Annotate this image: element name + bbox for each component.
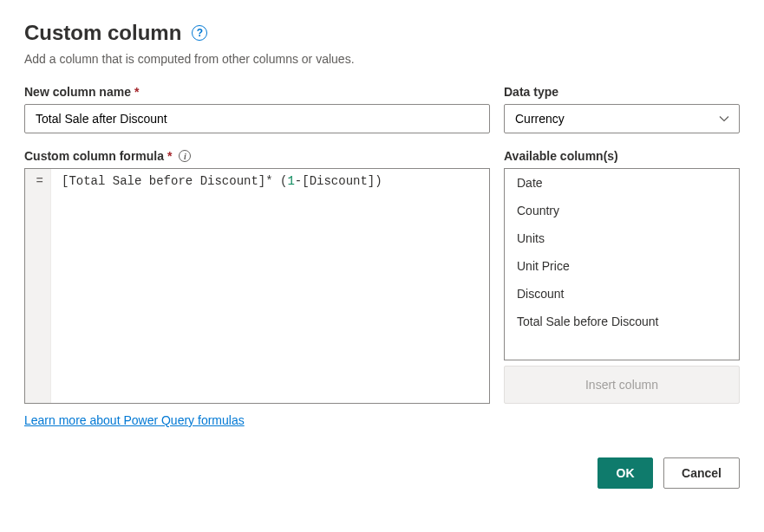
- formula-content[interactable]: [Total Sale before Discount]* (1-[Discou…: [51, 169, 489, 403]
- label-text: Data type: [504, 85, 558, 99]
- learn-more-link[interactable]: Learn more about Power Query formulas: [24, 413, 245, 427]
- dialog-footer: OK Cancel: [24, 457, 740, 489]
- info-icon[interactable]: i: [179, 150, 191, 162]
- required-asterisk: *: [134, 85, 139, 99]
- label-text: New column name: [24, 85, 131, 99]
- column-item-date[interactable]: Date: [505, 169, 739, 197]
- label-text: Custom column formula: [24, 149, 164, 163]
- column-item-discount[interactable]: Discount: [505, 280, 739, 308]
- available-columns-list[interactable]: Date Country Units Unit Price Discount T…: [504, 168, 740, 360]
- required-asterisk: *: [167, 149, 172, 163]
- formula-gutter: =: [25, 169, 51, 403]
- new-column-name-input[interactable]: [24, 104, 490, 133]
- available-columns-label: Available column(s): [504, 149, 740, 163]
- insert-column-button[interactable]: Insert column: [504, 366, 740, 404]
- formula-label: Custom column formula * i: [24, 149, 490, 163]
- data-type-select[interactable]: Currency: [504, 104, 740, 133]
- column-item-total-sale[interactable]: Total Sale before Discount: [505, 308, 739, 335]
- label-text: Available column(s): [504, 149, 618, 163]
- help-icon[interactable]: ?: [192, 25, 207, 41]
- column-item-country[interactable]: Country: [505, 197, 739, 224]
- column-item-units[interactable]: Units: [505, 224, 739, 252]
- data-type-label: Data type: [504, 85, 740, 99]
- column-item-unit-price[interactable]: Unit Price: [505, 252, 739, 280]
- new-column-name-label: New column name *: [24, 85, 490, 99]
- dialog-header: Custom column ?: [24, 21, 740, 45]
- ok-button[interactable]: OK: [597, 457, 653, 489]
- formula-editor[interactable]: = [Total Sale before Discount]* (1-[Disc…: [24, 168, 490, 404]
- dialog-subtitle: Add a column that is computed from other…: [24, 52, 740, 66]
- cancel-button[interactable]: Cancel: [663, 457, 740, 489]
- dialog-title: Custom column: [24, 21, 181, 45]
